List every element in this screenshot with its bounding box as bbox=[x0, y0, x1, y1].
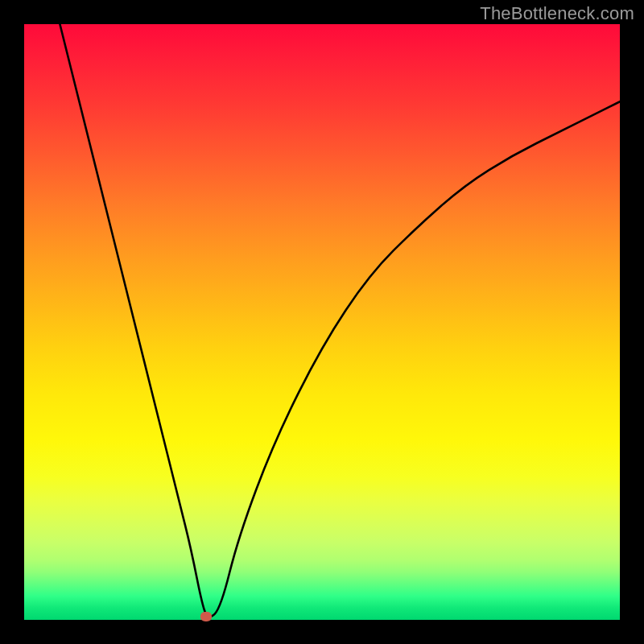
optimal-point-marker bbox=[200, 612, 212, 621]
plot-area bbox=[24, 24, 620, 620]
chart-frame: TheBottleneck.com bbox=[0, 0, 644, 644]
watermark-text: TheBottleneck.com bbox=[480, 3, 634, 24]
bottleneck-curve bbox=[24, 24, 620, 620]
